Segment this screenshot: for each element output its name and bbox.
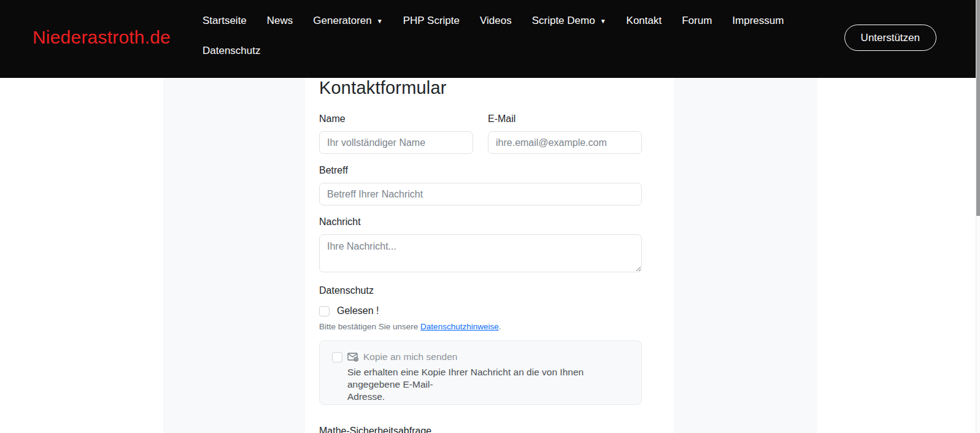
nav-item-videos[interactable]: Videos (480, 13, 512, 28)
nav-item-php-scripte[interactable]: PHP Scripte (403, 13, 460, 28)
message-textarea[interactable] (319, 234, 642, 272)
contact-form: Name E-Mail Betreff Nachricht Datenschut… (319, 112, 642, 433)
envelope-at-icon (347, 352, 358, 362)
nav-row-2: Datenschutz (203, 44, 835, 58)
chevron-down-icon: ▼ (600, 18, 606, 25)
nav-item-forum[interactable]: Forum (682, 13, 712, 28)
scrollbar-thumb[interactable] (976, 0, 980, 216)
nav-item-impressum[interactable]: Impressum (732, 13, 784, 28)
privacy-group: Datenschutz Gelesen ! Bitte bestätigen S… (319, 283, 642, 331)
main-nav: Startseite News Generatoren ▼ PHP Script… (203, 13, 835, 58)
support-button[interactable]: Unterstützen (844, 25, 936, 51)
contact-form-panel: Kontaktformular Name E-Mail Betreff Nach… (305, 78, 674, 433)
scrollbar-track[interactable] (976, 0, 980, 433)
copy-to-self-card: Kopie an mich senden Sie erhalten eine K… (319, 340, 642, 405)
privacy-checkbox[interactable] (319, 306, 330, 316)
copy-checkbox-label[interactable]: Kopie an mich senden (363, 351, 457, 362)
nav-item-startseite[interactable]: Startseite (203, 13, 247, 28)
nav-item-kontakt[interactable]: Kontakt (627, 13, 662, 28)
site-header: Niederastroth.de Startseite News Generat… (0, 0, 976, 78)
nav-row-1: Startseite News Generatoren ▼ PHP Script… (203, 13, 835, 28)
subject-group: Betreff (319, 163, 642, 205)
page-title: Kontaktformular (319, 78, 660, 98)
copy-checkbox[interactable] (332, 352, 342, 362)
copy-check-row: Kopie an mich senden (332, 351, 629, 362)
name-label: Name (319, 112, 473, 126)
nav-item-generatoren[interactable]: Generatoren ▼ (313, 13, 382, 28)
nav-item-datenschutz[interactable]: Datenschutz (203, 44, 261, 58)
name-email-row: Name E-Mail (319, 112, 642, 154)
subject-label: Betreff (319, 163, 642, 178)
site-logo[interactable]: Niederastroth.de (33, 27, 171, 48)
page: Niederastroth.de Startseite News Generat… (0, 0, 980, 433)
message-label: Nachricht (319, 215, 642, 229)
copy-description: Sie erhalten eine Kopie Ihrer Nachricht … (347, 366, 629, 403)
email-field[interactable] (488, 131, 642, 154)
chevron-down-icon: ▼ (377, 18, 383, 25)
privacy-label: Datenschutz (319, 283, 642, 298)
message-group: Nachricht (319, 215, 642, 275)
privacy-checkbox-label[interactable]: Gelesen ! (337, 305, 379, 316)
nav-item-scripte-demo[interactable]: Scripte Demo ▼ (532, 13, 606, 28)
privacy-help-text: Bitte bestätigen Sie unsere Datenschutzh… (319, 322, 642, 331)
right-gutter (674, 78, 817, 433)
clipped-section-label: Mathe-Sicherheitsabfrage (319, 426, 642, 433)
name-input[interactable] (319, 131, 473, 154)
left-gutter (163, 78, 305, 433)
email-label: E-Mail (488, 112, 642, 126)
email-group: E-Mail (488, 112, 642, 154)
name-group: Name (319, 112, 473, 154)
privacy-policy-link[interactable]: Datenschutzhinweise (420, 322, 499, 331)
privacy-check-row: Gelesen ! (319, 305, 642, 316)
subject-input[interactable] (319, 183, 642, 205)
nav-item-news[interactable]: News (267, 13, 293, 28)
